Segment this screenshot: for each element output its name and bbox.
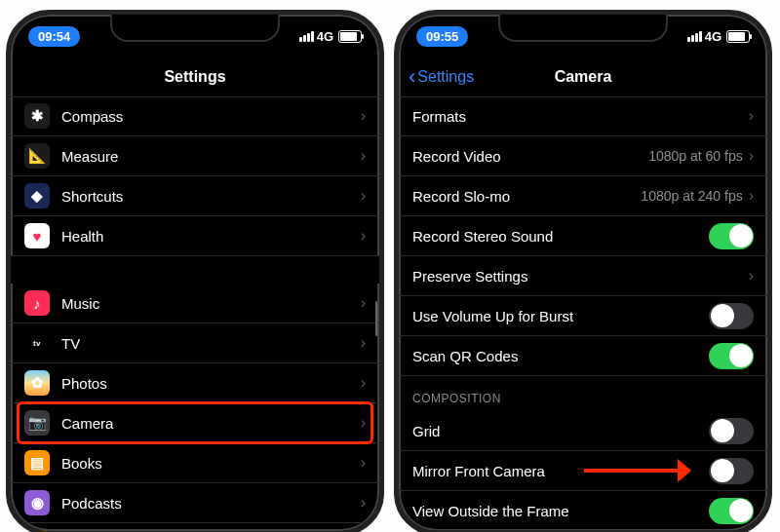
network-label: 4G: [317, 29, 333, 44]
toggle-switch[interactable]: [709, 458, 754, 484]
settings-row-camera[interactable]: 📷Camera›: [11, 403, 379, 443]
battery-icon: [338, 30, 362, 43]
settings-row-shortcuts[interactable]: ◆Shortcuts›: [11, 176, 379, 216]
row-label: Shortcuts: [61, 188, 361, 205]
network-label: 4G: [705, 29, 722, 44]
notch: [498, 15, 668, 42]
status-time: 09:54: [28, 26, 80, 47]
settings-row-itunes-u[interactable]: ★iTunes U›: [11, 523, 379, 531]
section-header-composition: COMPOSITION: [399, 376, 767, 411]
back-button[interactable]: ‹ Settings: [409, 66, 474, 88]
row-value: 1080p at 240 fps: [641, 188, 742, 204]
row-label: View Outside the Frame: [412, 503, 709, 519]
shortcuts-icon: ◆: [24, 183, 50, 209]
setting-row-preserve-settings[interactable]: Preserve Settings›: [399, 256, 767, 296]
row-label: Music: [61, 295, 361, 312]
status-time: 09:55: [416, 26, 468, 47]
podcasts-icon: ◉: [24, 490, 50, 515]
settings-row-measure[interactable]: 📐Measure›: [11, 136, 379, 176]
toggle-switch[interactable]: [709, 303, 754, 329]
chevron-right-icon: ›: [361, 187, 366, 205]
setting-row-formats[interactable]: Formats›: [399, 96, 767, 136]
phone-left: 09:54 4G Settings ✱Compass›📐Measure›◆Sho…: [6, 10, 384, 532]
chevron-left-icon: ‹: [409, 66, 415, 88]
row-value: 1080p at 60 fps: [648, 148, 743, 164]
setting-row-scan-qr-codes[interactable]: Scan QR Codes: [399, 336, 767, 376]
chevron-right-icon: ›: [361, 374, 366, 392]
settings-row-music[interactable]: ♪Music›: [11, 284, 379, 323]
battery-icon: [726, 30, 750, 43]
camera-settings-list[interactable]: Formats›Record Video1080p at 60 fps›Reco…: [399, 96, 767, 531]
books-icon: ▤: [24, 450, 50, 475]
row-label: Record Slo-mo: [412, 188, 641, 205]
signal-bars-icon: [687, 31, 702, 42]
row-label: Podcasts: [61, 495, 361, 512]
row-label: Measure: [61, 148, 361, 165]
settings-row-compass[interactable]: ✱Compass›: [11, 96, 379, 136]
toggle-switch[interactable]: [709, 418, 754, 444]
chevron-right-icon: ›: [361, 454, 366, 472]
row-label: Mirror Front Camera: [412, 463, 709, 479]
phone-right: 09:55 4G ‹ Settings Camera Formats›Recor…: [394, 10, 772, 532]
nav-title: Settings: [164, 68, 225, 86]
chevron-right-icon: ›: [361, 494, 366, 512]
tv-icon: tv: [24, 330, 50, 356]
scroll-indicator: [375, 301, 378, 336]
music-icon: ♪: [24, 290, 50, 316]
setting-row-use-volume-up-for-burst[interactable]: Use Volume Up for Burst: [399, 296, 767, 336]
nav-bar: ‹ Settings Camera: [399, 57, 767, 97]
chevron-right-icon: ›: [361, 294, 366, 312]
back-label: Settings: [417, 68, 474, 86]
row-label: Health: [61, 228, 361, 245]
health-icon: ♥: [24, 223, 50, 248]
settings-list[interactable]: ✱Compass›📐Measure›◆Shortcuts›♥Health› ♪M…: [11, 96, 379, 531]
chevron-right-icon: ›: [361, 227, 366, 245]
nav-title: Camera: [555, 68, 612, 86]
row-label: Books: [61, 455, 361, 472]
itunes-u-icon: ★: [24, 530, 50, 531]
settings-row-tv[interactable]: tvTV›: [11, 323, 379, 363]
setting-row-record-video[interactable]: Record Video1080p at 60 fps›: [399, 136, 767, 176]
row-label: Compass: [61, 108, 361, 125]
settings-row-photos[interactable]: ✿Photos›: [11, 363, 379, 403]
row-label: Camera: [61, 415, 361, 432]
chevron-right-icon: ›: [749, 107, 754, 125]
compass-icon: ✱: [24, 103, 50, 129]
row-label: Scan QR Codes: [412, 348, 709, 364]
toggle-switch[interactable]: [709, 343, 754, 369]
toggle-switch[interactable]: [709, 498, 754, 524]
settings-row-health[interactable]: ♥Health›: [11, 216, 379, 256]
row-label: Preserve Settings: [412, 268, 749, 285]
section-gap: [11, 256, 379, 284]
row-label: Record Video: [412, 148, 648, 165]
row-label: Use Volume Up for Burst: [412, 308, 709, 324]
setting-row-mirror-front-camera[interactable]: Mirror Front Camera: [399, 451, 767, 491]
nav-bar: Settings: [11, 57, 379, 97]
chevron-right-icon: ›: [749, 267, 754, 285]
camera-icon: 📷: [24, 410, 50, 436]
chevron-right-icon: ›: [361, 107, 366, 125]
photos-icon: ✿: [24, 370, 50, 396]
notch: [110, 15, 280, 42]
row-label: Record Stereo Sound: [412, 228, 709, 245]
toggle-switch[interactable]: [709, 223, 754, 249]
chevron-right-icon: ›: [361, 147, 366, 165]
settings-row-podcasts[interactable]: ◉Podcasts›: [11, 483, 379, 523]
chevron-right-icon: ›: [361, 414, 366, 432]
setting-row-grid[interactable]: Grid: [399, 411, 767, 451]
row-label: Grid: [412, 423, 709, 439]
signal-bars-icon: [299, 31, 314, 42]
setting-row-record-slo-mo[interactable]: Record Slo-mo1080p at 240 fps›: [399, 176, 767, 216]
setting-row-record-stereo-sound[interactable]: Record Stereo Sound: [399, 216, 767, 256]
measure-icon: 📐: [24, 143, 50, 169]
row-label: Formats: [412, 108, 749, 125]
row-label: TV: [61, 335, 361, 352]
setting-row-view-outside-the-frame[interactable]: View Outside the Frame: [399, 491, 767, 531]
settings-row-books[interactable]: ▤Books›: [11, 443, 379, 483]
chevron-right-icon: ›: [361, 334, 366, 352]
chevron-right-icon: ›: [749, 187, 754, 205]
row-label: Photos: [61, 375, 361, 392]
chevron-right-icon: ›: [749, 147, 754, 165]
